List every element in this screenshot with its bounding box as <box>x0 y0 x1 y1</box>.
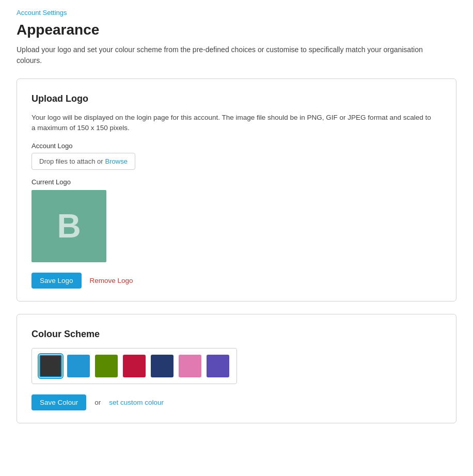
breadcrumb-link[interactable]: Account Settings <box>17 9 67 17</box>
colour-swatch-olive[interactable] <box>95 355 118 377</box>
save-colour-button[interactable]: Save Colour <box>31 394 86 410</box>
logo-letter: B <box>57 207 81 245</box>
logo-preview: B <box>31 190 106 262</box>
browse-link[interactable]: Browse <box>105 157 128 165</box>
drop-zone[interactable]: Drop files to attach or Browse <box>31 153 135 170</box>
colour-swatch-crimson[interactable] <box>123 355 146 377</box>
colour-swatch-black[interactable] <box>39 355 62 377</box>
current-logo-label: Current Logo <box>31 178 442 186</box>
drop-zone-text: Drop files to attach or <box>39 157 103 165</box>
colour-swatch-navy[interactable] <box>151 355 174 377</box>
colour-scheme-title: Colour Scheme <box>31 329 442 340</box>
page-title: Appearance <box>17 22 456 38</box>
account-logo-label: Account Logo <box>31 142 442 150</box>
page-description: Upload your logo and set your colour sch… <box>17 44 440 66</box>
colour-button-row: Save Colour or set custom colour <box>31 394 442 410</box>
colour-swatch-purple[interactable] <box>207 355 229 377</box>
upload-logo-title: Upload Logo <box>31 93 442 104</box>
custom-colour-prefix: or <box>94 399 101 406</box>
colour-swatches-container <box>31 348 237 384</box>
set-custom-colour-link[interactable]: set custom colour <box>109 399 164 406</box>
remove-logo-button[interactable]: Remove Logo <box>90 277 133 284</box>
logo-button-row: Save Logo Remove Logo <box>31 273 442 289</box>
upload-logo-card: Upload Logo Your logo will be displayed … <box>17 78 456 302</box>
colour-swatch-blue[interactable] <box>67 355 90 377</box>
colour-scheme-card: Colour Scheme Save Colour or set custom … <box>17 314 456 423</box>
upload-logo-description: Your logo will be displayed on the login… <box>31 113 434 134</box>
colour-swatch-pink[interactable] <box>179 355 201 377</box>
save-logo-button[interactable]: Save Logo <box>31 273 82 289</box>
